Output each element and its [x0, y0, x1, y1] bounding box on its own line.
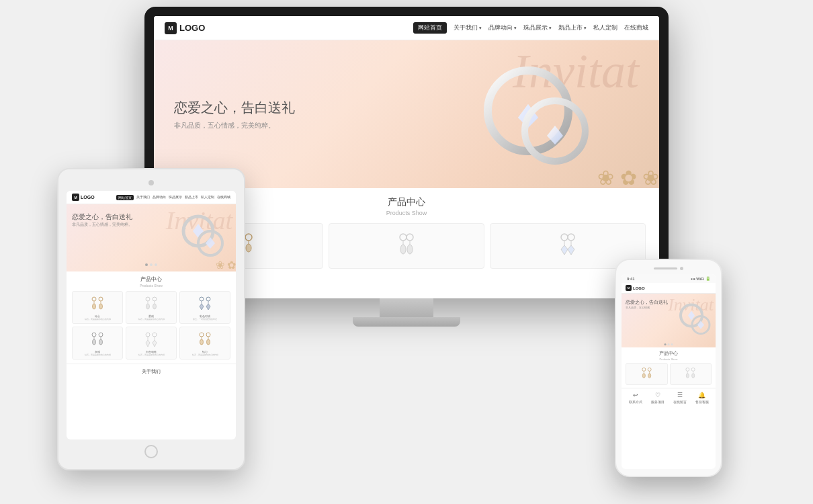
desktop-hero: 恋爱之心，告白送礼 非凡品质，五心情感，完美纯粹。 Invitat [154, 40, 659, 188]
tablet-logo-icon: M [72, 194, 79, 201]
desktop-hero-text: 恋爱之心，告白送礼 非凡品质，五心情感，完美纯粹。 [174, 99, 295, 130]
message-icon: ☰ [677, 392, 683, 398]
nav-item-about[interactable]: 关于我们 [454, 24, 482, 32]
svg-point-8 [245, 234, 252, 241]
tablet-nav-about[interactable]: 关于我们 [136, 195, 150, 200]
product-icon-2 [390, 229, 423, 263]
mobile-time: 9:41 [627, 277, 635, 281]
tablet-product-1[interactable]: 钻心 钻石，亮晶晶如你的心的灼烁 [72, 291, 123, 324]
mobile-product-1[interactable] [626, 363, 668, 385]
contact-icon: ↩ [633, 392, 638, 398]
mobile-nav-contact[interactable]: ↩ 联系方式 [629, 392, 642, 404]
nav-item-custom[interactable]: 私人定制 [593, 24, 617, 32]
tablet-products: 产品中心 Products Show 钻 [67, 271, 236, 364]
desktop-nav: M LOGO 网站首页 关于我们 品牌动向 珠品展示 新品上市 私人定制 在线商… [154, 16, 659, 40]
mobile-hero-sub: 非凡品质，五心情感 [626, 306, 668, 309]
desktop-hero-rings [471, 54, 605, 181]
nav-item-jewelry[interactable]: 珠品展示 [523, 24, 552, 32]
tablet-product-5[interactable]: 白色项链 钻石，亮晶晶如你的心的灼烁 [126, 327, 177, 360]
svg-point-51 [146, 333, 150, 337]
svg-point-59 [200, 339, 204, 345]
tablet-hero-text: 恋爱之心，告白送礼 非凡品质，五心情感，完美纯粹。 [72, 212, 132, 228]
monitor-stand-base [353, 317, 460, 327]
svg-point-10 [246, 244, 251, 252]
tablet-product-2[interactable]: 爱戒 钻石，亮晶晶如你的心的灼烁 [126, 291, 177, 324]
svg-marker-22 [568, 245, 574, 255]
tablet-nav-home[interactable]: 网站首页 [116, 195, 134, 200]
svg-point-73 [686, 368, 689, 371]
mobile-nav-service[interactable]: ♡ 服务项目 [651, 392, 665, 404]
tablet-floral: ❀ ✿ [216, 259, 236, 271]
mobile-nav-aftersale[interactable]: 🔔 售后客服 [695, 392, 709, 404]
tablet-product-desc-4: 钻石，亮晶晶如你的心的灼烁 [85, 353, 111, 356]
svg-point-35 [146, 304, 150, 309]
tablet-product-desc-3: 彩玉，一对情侣爱情的印记 [193, 318, 217, 321]
tablet-product-desc-5: 钻石，亮晶晶如你的心的灼烁 [138, 353, 165, 356]
desktop-logo-icon: M [165, 22, 177, 34]
tablet-logo-text: LOGO [81, 195, 95, 200]
carousel-dot-3 [155, 263, 157, 266]
svg-point-30 [99, 297, 103, 301]
mobile-hero: 恋爱之心，告白送礼 非凡品质，五心情感 Invitat [622, 294, 716, 347]
mobile-products: 产品中心 Products Show [622, 347, 716, 388]
tablet-home-button[interactable] [144, 445, 158, 458]
nav-item-shop[interactable]: 在线商城 [624, 24, 648, 32]
tablet-nav-jewelry[interactable]: 珠品展示 [169, 195, 182, 200]
svg-point-76 [691, 368, 695, 371]
svg-point-69 [642, 374, 645, 378]
mobile-hero-title: 恋爱之心，告白送礼 [626, 299, 668, 306]
svg-point-60 [206, 333, 210, 337]
mobile-camera [680, 267, 683, 270]
tablet-hero-rings [177, 210, 230, 266]
mobile-nav-aftersale-label: 售后客服 [695, 400, 709, 404]
desktop-logo-text: LOGO [179, 23, 205, 33]
mobile-signal: ▪▪▪ WiFi 🔋 [691, 276, 710, 281]
mobile-product-2[interactable] [670, 363, 712, 385]
earring-svg-2 [390, 229, 423, 263]
nav-item-new[interactable]: 新品上市 [558, 24, 587, 32]
desktop-nav-links: 网站首页 关于我们 品牌动向 珠品展示 新品上市 私人定制 在线商城 [413, 22, 648, 34]
tablet-product-3[interactable]: 彩色对戒 彩玉，一对情侣爱情的印记 [179, 291, 230, 324]
tablet-about-title: 关于我们 [72, 368, 230, 375]
svg-marker-41 [200, 304, 204, 310]
tablet-screen: M LOGO 网站首页 关于我们 品牌动向 珠品展示 新品上市 私人定制 在线商… [67, 191, 236, 439]
svg-marker-56 [153, 340, 157, 347]
tablet-nav-custom[interactable]: 私人定制 [201, 195, 214, 200]
svg-marker-44 [206, 304, 210, 310]
mobile-dot-2 [668, 343, 670, 345]
tablet-nav-brand[interactable]: 品牌动向 [153, 195, 166, 200]
nav-item-home[interactable]: 网站首页 [413, 22, 447, 34]
svg-point-11 [400, 234, 406, 241]
tablet-nav-new[interactable]: 新品上市 [185, 195, 198, 200]
product-card-2[interactable] [329, 223, 484, 269]
desktop-hero-subtitle: 非凡品质，五心情感，完美纯粹。 [174, 121, 295, 130]
tablet-product-desc-1: 钻石，亮晶晶如你的心的灼烁 [85, 318, 111, 321]
desktop-hero-title: 恋爱之心，告白送礼 [174, 99, 295, 117]
mobile-top-bar [622, 267, 716, 270]
svg-point-32 [99, 304, 103, 309]
tablet-about: 关于我们 [67, 364, 236, 379]
svg-point-38 [153, 304, 157, 309]
svg-point-50 [99, 339, 103, 345]
mobile-nav-message-label: 在线留言 [673, 400, 687, 404]
tablet-rings-svg [177, 210, 230, 263]
nav-item-brand[interactable]: 品牌动向 [488, 24, 517, 32]
tablet-product-icon-5 [141, 330, 161, 350]
mobile-product-icon-1 [638, 366, 655, 382]
tablet-product-6[interactable]: 钻心 钻石，亮晶晶如你的心的灼烁 [179, 327, 230, 360]
mobile-hero-text: 恋爱之心，告白送礼 非凡品质，五心情感 [626, 299, 668, 309]
service-icon: ♡ [655, 392, 660, 398]
svg-point-17 [561, 234, 568, 241]
tablet-product-4[interactable]: 灰戒 钻石，亮晶晶如你的心的灼烁 [72, 327, 123, 360]
svg-point-14 [406, 234, 413, 241]
tablet-nav-shop[interactable]: 在线商城 [217, 195, 230, 200]
earring-svg-3 [551, 229, 585, 263]
tablet-hero: 恋爱之心，告白送礼 非凡品质，五心情感，完美纯粹。 Invitat ❀ ✿ [67, 204, 236, 271]
svg-point-75 [687, 374, 689, 378]
mobile-screen: 9:41 ▪▪▪ WiFi 🔋 M LOGO 恋爱之心，告白送礼 非凡品质，五心… [622, 274, 716, 469]
svg-point-78 [692, 374, 695, 378]
mobile-logo-text: LOGO [633, 286, 645, 290]
mobile-nav-message[interactable]: ☰ 在线留言 [673, 392, 687, 404]
mobile-rings-svg [677, 301, 714, 338]
tablet-hero-title: 恋爱之心，告白送礼 [72, 212, 132, 222]
